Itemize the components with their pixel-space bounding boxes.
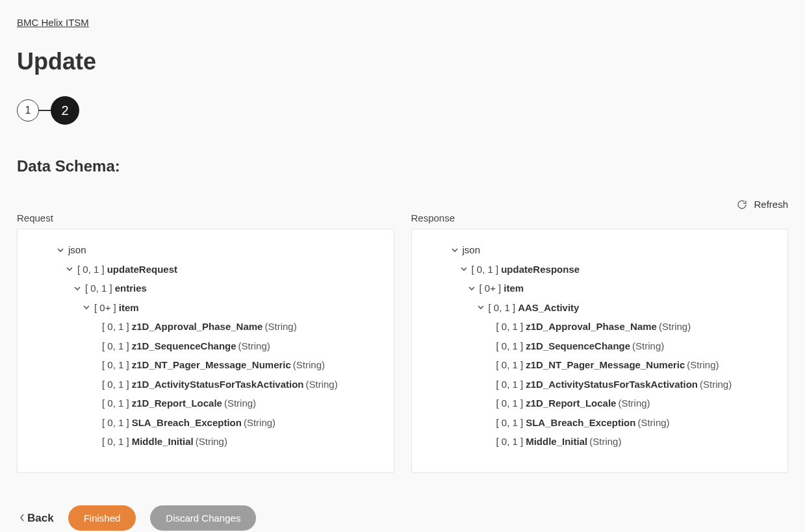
cardinality: [ 0, 1 ] — [496, 397, 524, 410]
tree-root[interactable]: json — [421, 238, 775, 260]
cardinality: [ 0, 1 ] — [496, 378, 524, 391]
tree-leaf-label: Middle_Initial — [526, 435, 587, 448]
tree-node[interactable]: [ 0, 1 ] entries — [27, 279, 381, 298]
tree-root[interactable]: json — [27, 238, 381, 260]
chevron-down-icon[interactable] — [55, 246, 66, 254]
tree-leaf[interactable]: [ 0, 1 ] z1D_NT_Pager_Message_Numeric (S… — [27, 355, 381, 375]
tree-leaf[interactable]: [ 0, 1 ] SLA_Breach_Exception (String) — [421, 413, 775, 433]
cardinality: [ 0, 1 ] — [102, 378, 129, 391]
tree-node-label: item — [119, 301, 139, 314]
cardinality: [ 0, 1 ] — [472, 263, 499, 276]
back-label: Back — [27, 512, 54, 525]
tree-leaf-label: z1D_Report_Locale — [526, 397, 616, 410]
tree-leaf[interactable]: [ 0, 1 ] z1D_NT_Pager_Message_Numeric (S… — [421, 355, 775, 375]
type-hint: (String) — [238, 340, 270, 353]
tree-leaf-label: z1D_SequenceChange — [132, 340, 236, 353]
tree-leaf[interactable]: [ 0, 1 ] z1D_Approval_Phase_Name (String… — [27, 317, 381, 336]
back-button[interactable]: Back — [19, 512, 54, 525]
tree-leaf[interactable]: [ 0, 1 ] z1D_SequenceChange (String) — [421, 336, 775, 356]
type-hint: (String) — [293, 359, 325, 372]
tree-leaf-label: SLA_Breach_Exception — [526, 416, 635, 429]
type-hint: (String) — [632, 340, 664, 353]
cardinality: [ 0, 1 ] — [102, 397, 129, 410]
tree-leaf-label: z1D_ActivityStatusForTaskActivation — [526, 378, 698, 391]
tree-leaf-label: z1D_ActivityStatusForTaskActivation — [132, 378, 304, 391]
tree-node[interactable]: [ 0, 1 ] updateRequest — [27, 260, 381, 279]
step-2[interactable]: 2 — [51, 96, 79, 125]
tree-leaf[interactable]: [ 0, 1 ] z1D_SequenceChange (String) — [27, 336, 381, 356]
step-1[interactable]: 1 — [17, 99, 39, 121]
tree-node-label: item — [504, 282, 524, 295]
tree-leaf[interactable]: [ 0, 1 ] z1D_ActivityStatusForTaskActiva… — [27, 375, 381, 394]
tree-leaf[interactable]: [ 0, 1 ] Middle_Initial (String) — [421, 432, 775, 451]
discard-changes-button[interactable]: Discard Changes — [150, 505, 256, 531]
chevron-down-icon[interactable] — [64, 265, 75, 273]
refresh-button[interactable]: Refresh — [737, 199, 788, 210]
tree-leaf[interactable]: [ 0, 1 ] z1D_Approval_Phase_Name (String… — [421, 317, 775, 336]
tree-leaf[interactable]: [ 0, 1 ] z1D_Report_Locale (String) — [421, 394, 775, 413]
cardinality: [ 0+ ] — [94, 301, 116, 314]
type-hint: (String) — [264, 320, 296, 333]
tree-leaf-label: z1D_Approval_Phase_Name — [132, 320, 263, 333]
tree-leaf[interactable]: [ 0, 1 ] SLA_Breach_Exception (String) — [27, 413, 381, 433]
cardinality: [ 0+ ] — [479, 282, 502, 295]
chevron-down-icon[interactable] — [459, 265, 469, 273]
cardinality: [ 0, 1 ] — [496, 435, 524, 448]
breadcrumb[interactable]: BMC Helix ITSM — [17, 17, 89, 28]
section-title: Data Schema: — [17, 157, 788, 175]
tree-node-label: AAS_Activity — [518, 301, 579, 314]
chevron-down-icon[interactable] — [81, 303, 92, 311]
tree-node[interactable]: [ 0, 1 ] updateResponse — [421, 260, 775, 279]
chevron-left-icon — [19, 513, 25, 524]
type-hint: (String) — [589, 435, 621, 448]
tree-node-label: json — [463, 244, 481, 257]
cardinality: [ 0, 1 ] — [77, 263, 105, 276]
cardinality: [ 0, 1 ] — [102, 359, 129, 372]
tree-node[interactable]: [ 0+ ] item — [421, 279, 775, 298]
cardinality: [ 0, 1 ] — [102, 416, 129, 429]
type-hint: (String) — [659, 320, 691, 333]
tree-leaf-label: z1D_NT_Pager_Message_Numeric — [132, 359, 291, 372]
step-connector — [39, 110, 51, 111]
tree-leaf[interactable]: [ 0, 1 ] z1D_ActivityStatusForTaskActiva… — [421, 375, 775, 394]
request-schema-panel: json [ 0, 1 ] updateRequest [ 0, 1 ] ent… — [17, 229, 394, 473]
type-hint: (String) — [687, 359, 719, 372]
response-column-header: Response — [411, 212, 789, 229]
stepper: 1 2 — [17, 96, 788, 125]
chevron-down-icon[interactable] — [72, 285, 83, 292]
chevron-down-icon[interactable] — [466, 285, 477, 292]
cardinality: [ 0, 1 ] — [85, 282, 112, 295]
tree-node-label: entries — [115, 282, 147, 295]
type-hint: (String) — [244, 416, 275, 429]
tree-node-label: json — [68, 244, 86, 257]
cardinality: [ 0, 1 ] — [496, 340, 524, 353]
chevron-down-icon[interactable] — [476, 303, 486, 311]
cardinality: [ 0, 1 ] — [496, 320, 524, 333]
tree-node[interactable]: [ 0+ ] item — [27, 298, 381, 318]
tree-leaf-label: z1D_Report_Locale — [132, 397, 222, 410]
cardinality: [ 0, 1 ] — [102, 320, 129, 333]
refresh-icon — [737, 199, 747, 210]
page-title: Update — [17, 48, 788, 75]
cardinality: [ 0, 1 ] — [496, 416, 524, 429]
refresh-label: Refresh — [754, 199, 788, 210]
cardinality: [ 0, 1 ] — [102, 340, 129, 353]
tree-node[interactable]: [ 0, 1 ] AAS_Activity — [421, 298, 775, 318]
tree-leaf-label: Middle_Initial — [132, 435, 194, 448]
type-hint: (String) — [700, 378, 732, 391]
chevron-down-icon[interactable] — [450, 246, 460, 254]
finished-button[interactable]: Finished — [68, 505, 136, 531]
tree-leaf[interactable]: [ 0, 1 ] z1D_Report_Locale (String) — [27, 394, 381, 413]
tree-leaf-label: z1D_Approval_Phase_Name — [526, 320, 657, 333]
tree-leaf-label: z1D_NT_Pager_Message_Numeric — [526, 359, 685, 372]
type-hint: (String) — [618, 397, 650, 410]
response-schema-panel: json [ 0, 1 ] updateResponse [ 0+ ] item… — [411, 229, 789, 473]
tree-leaf-label: z1D_SequenceChange — [526, 340, 630, 353]
cardinality: [ 0, 1 ] — [496, 359, 524, 372]
request-column-header: Request — [17, 212, 394, 229]
tree-leaf-label: SLA_Breach_Exception — [132, 416, 242, 429]
tree-leaf[interactable]: [ 0, 1 ] Middle_Initial (String) — [27, 432, 381, 451]
type-hint: (String) — [224, 397, 256, 410]
type-hint: (String) — [306, 378, 338, 391]
type-hint: (String) — [196, 435, 227, 448]
